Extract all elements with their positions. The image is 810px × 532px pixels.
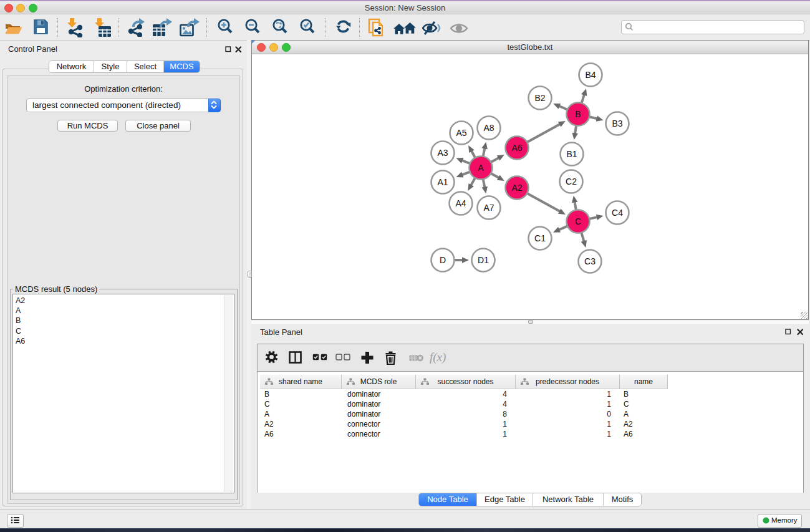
svg-text:A6: A6	[511, 143, 522, 153]
svg-text:B1: B1	[566, 149, 577, 159]
svg-text:D: D	[440, 255, 446, 265]
svg-text:A1: A1	[437, 177, 448, 187]
svg-text:B2: B2	[534, 93, 545, 103]
svg-text:B4: B4	[585, 70, 595, 80]
svg-text:A2: A2	[511, 183, 522, 193]
svg-text:A: A	[478, 163, 484, 173]
svg-text:A3: A3	[437, 148, 448, 158]
svg-text:A5: A5	[456, 128, 466, 138]
svg-text:B: B	[575, 109, 581, 119]
svg-text:D1: D1	[478, 255, 489, 265]
svg-text:C2: C2	[566, 177, 577, 186]
svg-text:B3: B3	[612, 118, 622, 128]
svg-text:C4: C4	[612, 208, 623, 218]
svg-text:A7: A7	[483, 203, 494, 213]
svg-text:C3: C3	[584, 256, 595, 266]
svg-text:A8: A8	[483, 123, 494, 133]
svg-text:A4: A4	[455, 198, 466, 208]
svg-text:C: C	[575, 216, 581, 226]
svg-text:C1: C1	[534, 233, 546, 243]
